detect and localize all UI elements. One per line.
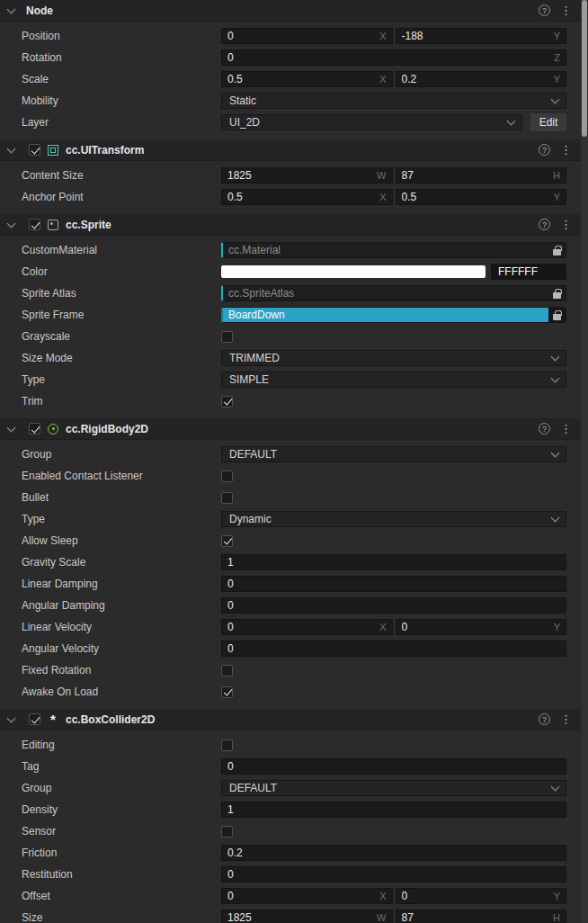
angular-damping-input[interactable]: 0 <box>221 597 566 614</box>
field-label: Group <box>22 782 221 794</box>
linear-velocity-y-input[interactable]: 0 Y <box>396 619 567 635</box>
anchor-point-y-input[interactable]: 0.5 Y <box>396 189 567 205</box>
component-enabled-checkbox[interactable] <box>29 144 40 156</box>
collapse-chevron-icon[interactable] <box>7 4 16 13</box>
kebab-menu-icon[interactable]: ⋮ <box>560 144 572 156</box>
linear-velocity-x-input[interactable]: 0 X <box>221 619 393 635</box>
position-x-value: 0 <box>227 30 376 42</box>
row-offset: Offset 0 X 0 Y <box>0 885 581 907</box>
collider-size-h-input[interactable]: 87 H <box>396 910 567 923</box>
asset-picker-button[interactable] <box>548 286 566 300</box>
kebab-menu-icon[interactable]: ⋮ <box>560 713 572 725</box>
row-size-mode: Size Mode TRIMMED <box>0 347 581 369</box>
position-x-input[interactable]: 0 X <box>221 28 393 44</box>
collider-group-select[interactable]: DEFAULT <box>221 780 566 796</box>
help-icon[interactable]: ? <box>539 144 550 156</box>
kebab-menu-icon[interactable]: ⋮ <box>560 219 572 230</box>
row-mobility: Mobility Static <box>0 90 581 112</box>
lock-icon <box>553 249 561 255</box>
asset-value: BoardDown <box>228 309 548 321</box>
edit-layer-button[interactable]: Edit <box>530 113 566 131</box>
row-type: Type SIMPLE <box>0 369 581 390</box>
field-label: Angular Velocity <box>22 642 221 655</box>
collapse-chevron-icon[interactable] <box>7 713 16 722</box>
help-icon[interactable]: ? <box>539 423 550 435</box>
field-label: Sprite Frame <box>22 309 221 321</box>
component-enabled-checkbox[interactable] <box>29 713 40 725</box>
help-icon[interactable]: ? <box>539 219 550 230</box>
node-header[interactable]: Node ? ⋮ <box>0 0 581 22</box>
kebab-menu-icon[interactable]: ⋮ <box>560 423 572 435</box>
node-rows: Position 0 X -188 Y Rotation 0 <box>0 22 581 136</box>
density-value: 1 <box>227 803 560 816</box>
content-size-w-input[interactable]: 1825 W <box>221 167 393 184</box>
gravity-scale-input[interactable]: 1 <box>221 554 566 570</box>
mobility-select[interactable]: Static <box>221 93 566 109</box>
asset-picker-button[interactable] <box>548 243 566 257</box>
tag-input[interactable]: 0 <box>221 758 566 775</box>
component-enabled-checkbox[interactable] <box>29 219 40 230</box>
rigidbody-header[interactable]: cc.RigidBody2D ? ⋮ <box>0 418 581 440</box>
density-input[interactable]: 1 <box>221 802 566 818</box>
angular-velocity-input[interactable]: 0 <box>221 641 566 657</box>
scrollbar[interactable] <box>581 0 588 923</box>
grayscale-checkbox[interactable] <box>221 331 233 343</box>
collider-size-w-input[interactable]: 1825 W <box>221 910 393 923</box>
size-mode-select[interactable]: TRIMMED <box>221 350 566 366</box>
editing-checkbox[interactable] <box>221 739 233 751</box>
trim-checkbox[interactable] <box>221 396 233 408</box>
scale-x-input[interactable]: 0.5 X <box>221 71 393 87</box>
color-hex-input[interactable]: FFFFFF <box>491 264 566 280</box>
sprite-frame-asset-field[interactable]: BoardDown <box>221 307 566 323</box>
row-sprite-frame: Sprite Frame BoardDown <box>0 304 581 326</box>
offset-y-input[interactable]: 0 Y <box>396 888 567 904</box>
bullet-checkbox[interactable] <box>221 492 233 504</box>
custom-material-asset-field[interactable]: cc.Material <box>221 242 566 258</box>
help-icon[interactable]: ? <box>539 713 550 725</box>
help-icon[interactable]: ? <box>539 4 550 16</box>
allow-sleep-checkbox[interactable] <box>221 535 233 547</box>
field-label: Sprite Atlas <box>22 287 221 300</box>
collapse-chevron-icon[interactable] <box>7 423 16 432</box>
field-label: Scale <box>22 73 221 85</box>
component-enabled-checkbox[interactable] <box>29 423 40 435</box>
field-label: Editing <box>22 739 221 751</box>
rotation-input[interactable]: 0 Z <box>221 49 566 66</box>
row-linear-damping: Linear Damping 0 <box>0 573 581 595</box>
sprite-type-select[interactable]: SIMPLE <box>221 372 566 388</box>
offset-x-input[interactable]: 0 X <box>221 888 393 904</box>
awake-on-load-checkbox[interactable] <box>221 686 233 698</box>
sprite-atlas-asset-field[interactable]: cc.SpriteAtlas <box>221 285 566 301</box>
anchor-point-x-input[interactable]: 0.5 X <box>221 189 393 205</box>
boxcollider-header[interactable]: * cc.BoxCollider2D ? ⋮ <box>0 709 581 730</box>
friction-input[interactable]: 0.2 <box>221 845 566 861</box>
scrollbar-thumb[interactable] <box>582 0 587 137</box>
collapse-chevron-icon[interactable] <box>7 144 16 153</box>
collider-size-h-value: 87 <box>402 911 550 923</box>
sprite-header[interactable]: cc.Sprite ? ⋮ <box>0 214 581 236</box>
scale-y-input[interactable]: 0.2 Y <box>396 71 567 87</box>
row-position: Position 0 X -188 Y <box>0 25 581 47</box>
position-y-input[interactable]: -188 Y <box>396 28 567 44</box>
linear-damping-input[interactable]: 0 <box>221 576 566 592</box>
sensor-checkbox[interactable] <box>221 826 233 838</box>
kebab-menu-icon[interactable]: ⋮ <box>560 4 572 16</box>
row-scale: Scale 0.5 X 0.2 Y <box>0 68 581 90</box>
group-select[interactable]: DEFAULT <box>221 446 566 462</box>
uitransform-header[interactable]: cc.UITransform ? ⋮ <box>0 139 581 161</box>
enabled-contact-listener-checkbox[interactable] <box>221 470 233 482</box>
rigidbody-rows: Group DEFAULT Enabled Contact Listener B… <box>0 440 581 705</box>
layer-select[interactable]: UI_2D <box>221 114 522 130</box>
body-type-select[interactable]: Dynamic <box>221 511 566 527</box>
collider-size-w-value: 1825 <box>227 911 373 923</box>
asset-picker-button[interactable] <box>548 308 566 322</box>
field-label: Bullet <box>22 491 221 504</box>
uitransform-rows: Content Size 1825 W 87 H Anchor Point <box>0 161 581 211</box>
content-size-h-input[interactable]: 87 H <box>396 167 567 184</box>
color-swatch[interactable] <box>221 265 486 278</box>
fixed-rotation-checkbox[interactable] <box>221 665 233 677</box>
restitution-input[interactable]: 0 <box>221 866 566 883</box>
collapse-chevron-icon[interactable] <box>7 219 16 228</box>
sprite-type-value: SIMPLE <box>229 373 269 386</box>
header-actions: ? ⋮ <box>539 4 572 16</box>
